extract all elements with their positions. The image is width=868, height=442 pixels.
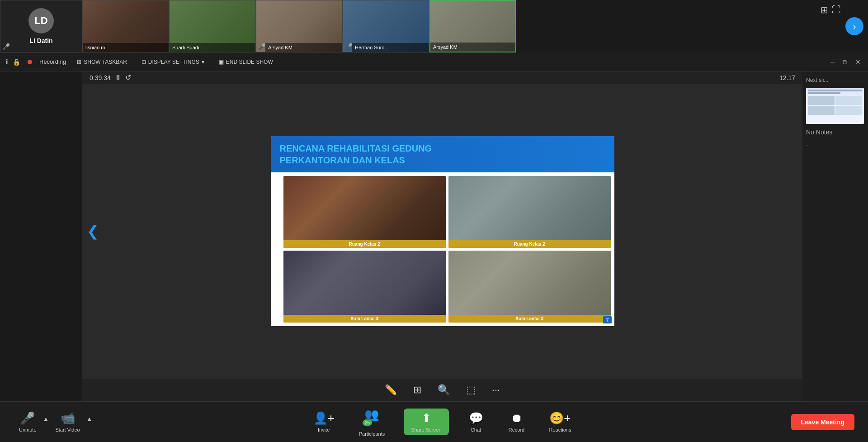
reactions-label: Reactions xyxy=(549,427,571,432)
participants-count-badge: 25 xyxy=(363,420,372,426)
video-herman: 🎤 Herman Suro... xyxy=(343,0,429,52)
video-arsyad2: Arsyad KM xyxy=(430,0,515,52)
mic-muted-icon-li-datin: 🎤 xyxy=(2,43,10,50)
no-notes-text: No Notes xyxy=(806,128,864,136)
minimize-button[interactable]: ─ xyxy=(827,57,837,67)
top-right-controls: ⊞ ⛶ xyxy=(821,5,841,15)
next-slide-arrow-button[interactable]: › xyxy=(845,17,863,35)
slide-image-label-1: Ruang Kelas 2 xyxy=(283,240,446,248)
slide-image-label-2: Ruang Kelas 2 xyxy=(448,240,611,248)
screenshot-tool-button[interactable]: ⊞ xyxy=(410,382,425,398)
unmute-group: 🎤 Unmute ▲ xyxy=(14,409,50,435)
screenshot-icon: ⊞ xyxy=(413,384,421,396)
start-video-chevron-icon[interactable]: ▲ xyxy=(85,415,94,423)
info-lock-group: ℹ 🔒 xyxy=(5,57,20,66)
slideshow-icon: ▣ xyxy=(219,59,224,65)
lock-icon[interactable]: 🔒 xyxy=(13,58,20,66)
more-options-button[interactable]: ··· xyxy=(488,382,504,398)
end-slide-show-button[interactable]: ▣ END SLIDE SHOW xyxy=(215,57,277,67)
slide-image-ruang-kelas-2: Ruang Kelas 2 xyxy=(448,176,611,248)
slide-header: RENCANA REHABILITASI GEDUNG PERKANTORAN … xyxy=(271,136,614,172)
invite-icon: 👤+ xyxy=(313,411,335,425)
thumbnail-inner xyxy=(806,88,864,124)
mic-muted-icon-arsyad: 🎤 xyxy=(258,43,266,50)
display-icon: ⊡ xyxy=(142,59,146,65)
slide-area: 0.39.34 ⏸ ↺ 12.17 ❮ RENCANA REHABILITASI… xyxy=(82,71,802,401)
bottom-toolbar: 🎤 Unmute ▲ 📹 Start Video ▲ 👤+ Invite 👥 2… xyxy=(0,401,868,442)
taskbar-icon: ⊞ xyxy=(77,59,81,65)
invite-button[interactable]: 👤+ Invite xyxy=(308,409,340,435)
chat-label: Chat xyxy=(471,427,481,432)
chat-button[interactable]: 💬 Chat xyxy=(462,409,490,435)
reactions-button[interactable]: 😊+ Reactions xyxy=(544,409,577,435)
slide-image-ruang-kelas-1: Ruang Kelas 2 xyxy=(283,176,446,248)
share-screen-label: Share Screen xyxy=(411,427,441,432)
slide-images-grid: Ruang Kelas 2 Ruang Kelas 2 Aula Lantai … xyxy=(271,172,614,326)
avatar-initials: LD xyxy=(34,15,47,27)
thumb-img-1 xyxy=(808,96,835,105)
timer-display: 0.39.34 xyxy=(90,74,111,81)
slide-image-label-4: Aula Lantai 3 xyxy=(448,315,611,323)
thumb-grid xyxy=(808,96,862,115)
participant-tile-herman: 🎤 Herman Suro... xyxy=(343,0,429,52)
participant-tile-arsyad: 🎤 Arsyad KM xyxy=(256,0,343,52)
main-area: 0.39.34 ⏸ ↺ 12.17 ❮ RENCANA REHABILITASI… xyxy=(0,71,868,401)
timer-controls: 0.39.34 ⏸ ↺ xyxy=(90,73,131,82)
thumb-img-2 xyxy=(835,96,862,105)
slide-content: RENCANA REHABILITASI GEDUNG PERKANTORAN … xyxy=(271,136,614,326)
participant-bar-filler xyxy=(516,0,868,52)
display-settings-button[interactable]: ⊡ DISPLAY SETTINGS ▾ xyxy=(138,57,208,67)
annotate-tool-button[interactable]: ✏️ xyxy=(381,382,401,398)
slide-page-badge: 7 xyxy=(603,316,611,323)
recording-dot xyxy=(28,60,32,64)
participants-button[interactable]: 👥 25 Participants xyxy=(354,405,390,439)
slide-number: 12.17 xyxy=(779,74,795,81)
mic-muted-icon-herman: 🎤 xyxy=(345,43,353,50)
slide-image-label-3: Aula Lantai 3 xyxy=(283,315,446,323)
gallery-view-icon[interactable]: ⊞ xyxy=(821,5,828,15)
show-taskbar-button[interactable]: ⊞ SHOW TASKBAR xyxy=(73,57,131,67)
start-video-button[interactable]: 📹 Start Video xyxy=(50,409,85,435)
recording-label: Recording xyxy=(39,58,66,65)
right-panel: Next sli... No Notes . xyxy=(802,71,868,401)
thumb-line-1 xyxy=(808,90,862,91)
zoom-tool-button[interactable]: 🔍 xyxy=(434,382,453,398)
record-icon: ⏺ xyxy=(511,411,523,425)
restore-button[interactable]: ⧉ xyxy=(840,57,850,67)
unmute-chevron-icon[interactable]: ▲ xyxy=(42,415,50,423)
record-button[interactable]: ⏺ Record xyxy=(503,409,530,435)
share-screen-button[interactable]: ⬆ Share Screen xyxy=(404,409,448,435)
name-arsyad: Arsyad KM xyxy=(265,43,342,52)
left-panel xyxy=(0,71,82,401)
participant-bar: LD LI Datin 🎤 lisniari m Suadi Suadi 🎤 A… xyxy=(0,0,868,52)
reactions-icon: 😊+ xyxy=(549,411,571,425)
participant-tile-li-datin: LD LI Datin 🎤 xyxy=(0,0,82,52)
refresh-icon[interactable]: ↺ xyxy=(125,73,131,82)
more-icon: ··· xyxy=(492,384,500,396)
unmute-button[interactable]: 🎤 Unmute xyxy=(14,409,42,435)
fullscreen-icon[interactable]: ⛶ xyxy=(832,5,841,15)
participant-tile-lisniari: lisniari m xyxy=(82,0,169,52)
start-video-label: Start Video xyxy=(55,427,80,432)
selection-tool-button[interactable]: ⬚ xyxy=(462,382,479,398)
pause-icon[interactable]: ⏸ xyxy=(114,74,122,82)
info-icon[interactable]: ℹ xyxy=(5,57,8,66)
close-button[interactable]: ✕ xyxy=(853,57,863,67)
start-video-group: 📹 Start Video ▲ xyxy=(50,409,93,435)
slide-title: RENCANA REHABILITASI GEDUNG PERKANTORAN … xyxy=(280,143,605,166)
video-off-icon: 📹 xyxy=(61,411,75,425)
participant-name-li-datin: LI Datin xyxy=(29,37,52,44)
selection-icon: ⬚ xyxy=(466,384,476,396)
next-slide-thumbnail[interactable] xyxy=(806,88,864,124)
mic-off-icon: 🎤 xyxy=(20,411,35,425)
window-controls: ─ ⧉ ✕ xyxy=(827,57,863,67)
name-arsyad2: Arsyad KM xyxy=(430,43,515,52)
name-suadi: Suadi Suadi xyxy=(170,43,255,52)
thumb-img-4 xyxy=(835,106,862,115)
slide-image-aula-1: Aula Lantai 3 xyxy=(283,251,446,323)
thumb-img-3 xyxy=(808,106,835,115)
slide-prev-button[interactable]: ❮ xyxy=(87,223,99,240)
chevron-down-icon: ▾ xyxy=(202,59,204,65)
leave-meeting-button[interactable]: Leave Meeting xyxy=(791,414,854,430)
slide-image-aula-2: Aula Lantai 3 xyxy=(448,251,611,323)
